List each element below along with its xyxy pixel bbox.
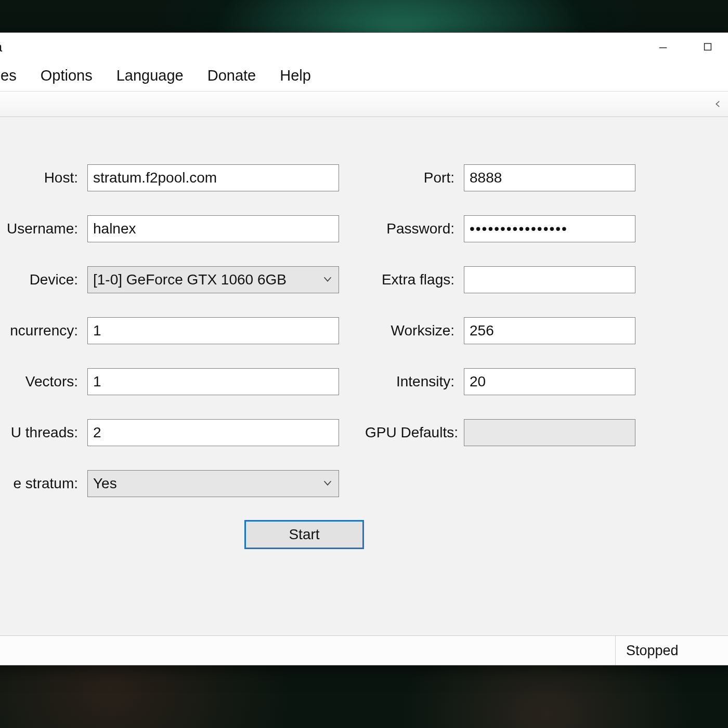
svg-rect-1 [705, 44, 711, 50]
gpu-threads-label: U threads: [0, 424, 87, 441]
gpu-defaults-box[interactable] [464, 419, 635, 446]
window-controls [641, 33, 728, 61]
gpu-threads-input[interactable] [87, 419, 339, 446]
username-label: Username: [0, 220, 87, 237]
password-input[interactable] [464, 215, 635, 242]
gpu-defaults-label: GPU Defaults: [365, 424, 464, 441]
minimize-button[interactable] [641, 33, 685, 61]
chevron-down-icon [322, 271, 333, 288]
status-state: Stopped [616, 636, 728, 665]
password-label: Password: [365, 220, 464, 237]
toolbar [0, 91, 728, 117]
start-button[interactable]: Start [244, 520, 364, 549]
form-area: r: cgminer Host: Port: Username: Passwor… [0, 117, 728, 636]
status-spacer [0, 636, 616, 665]
extra-flags-label: Extra flags: [365, 271, 464, 288]
menubar: w Solo utilities Options Language Donate… [0, 61, 728, 91]
port-input[interactable] [464, 164, 635, 191]
vectors-label: Vectors: [0, 373, 87, 390]
device-label: Device: [0, 271, 87, 288]
worksize-label: Worksize: [365, 322, 464, 339]
extra-flags-input[interactable] [464, 266, 635, 293]
use-stratum-label: e stratum: [0, 475, 87, 492]
concurrency-label: ncurrency: [0, 322, 87, 339]
host-label: Host: [0, 170, 87, 186]
device-select-value: [1-0] GeForce GTX 1060 6GB [93, 271, 322, 288]
vectors-input[interactable] [87, 368, 339, 395]
use-stratum-value: Yes [93, 475, 322, 492]
maximize-button[interactable] [685, 33, 728, 61]
intensity-label: Intensity: [365, 373, 464, 390]
chevron-down-icon [322, 475, 333, 492]
concurrency-input[interactable] [87, 317, 339, 344]
menu-item-language[interactable]: Language [115, 65, 185, 86]
intensity-input[interactable] [464, 368, 635, 395]
menu-item-donate[interactable]: Donate [206, 65, 257, 86]
port-label: Port: [365, 170, 464, 186]
miner-group-label: r: cgminer [0, 135, 716, 151]
use-stratum-select[interactable]: Yes [87, 470, 339, 497]
host-input[interactable] [87, 164, 339, 191]
app-window: iner-scrypt alpha w Solo utilities Optio… [0, 32, 728, 666]
menu-item-options[interactable]: Options [40, 65, 94, 86]
toolbar-overflow-icon[interactable] [709, 95, 727, 113]
titlebar: iner-scrypt alpha [0, 33, 728, 61]
worksize-input[interactable] [464, 317, 635, 344]
menu-item-help[interactable]: Help [279, 65, 312, 86]
menu-item-solo-utilities[interactable]: Solo utilities [0, 65, 18, 86]
username-input[interactable] [87, 215, 339, 242]
device-select[interactable]: [1-0] GeForce GTX 1060 6GB [87, 266, 339, 293]
statusbar: ccepted Stopped [0, 636, 728, 665]
window-title: iner-scrypt alpha [0, 39, 2, 55]
